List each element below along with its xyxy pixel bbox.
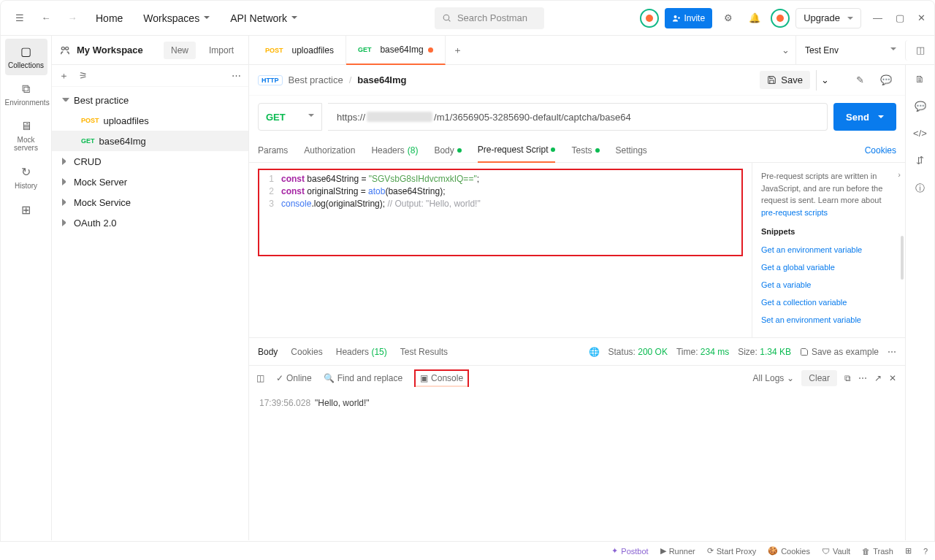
vault-button[interactable]: 🛡 Vault [822,547,850,556]
more-icon[interactable]: ⋯ [858,373,867,383]
share-icon[interactable]: ✎ [850,70,870,91]
size-value: 1.34 KB [760,347,791,357]
layout-icon[interactable]: ◫ [256,373,264,383]
nav-home[interactable]: Home [88,8,130,28]
resp-tab-headers[interactable]: Headers (15) [336,347,387,357]
method-select[interactable]: GET [258,103,322,131]
nav-api-network[interactable]: API Network [223,8,305,28]
import-button[interactable]: Import [202,42,241,59]
env-quicklook-icon[interactable]: ◫ [905,40,934,61]
scrollbar[interactable] [901,236,904,280]
add-icon[interactable]: ＋ [59,69,69,83]
more-icon[interactable]: ⋯ [232,70,241,81]
resp-tab-body[interactable]: Body [258,347,278,357]
tree-folder-mock-service[interactable]: Mock Service [52,192,248,212]
tab-auth[interactable]: Authorization [304,138,355,163]
globe-icon[interactable]: 🌐 [589,347,600,357]
url-input[interactable]: https:///m1/3656905-3285690-default/capt… [328,103,828,131]
snippet-item[interactable]: Set an environment variable [761,312,896,328]
send-button[interactable]: Send [833,103,896,131]
window-close-icon[interactable]: ✕ [917,12,926,23]
all-logs-dropdown[interactable]: All Logs ⌄ [753,373,795,383]
svg-point-4 [66,47,69,50]
tree-folder-oauth[interactable]: OAuth 2.0 [52,212,248,233]
new-button[interactable]: New [164,42,196,59]
code-editor[interactable]: 1const base64String = "SGVsbG8sIHdvcmxkI… [258,169,743,256]
clear-button[interactable]: Clear [801,370,837,386]
app-logo-icon [640,9,659,28]
two-pane-icon[interactable]: ⊞ [905,546,912,556]
comments-icon[interactable]: 💬 [915,101,926,112]
window-min-icon[interactable]: — [873,12,882,23]
nav-history[interactable]: ↻History [5,159,47,196]
cookies-link[interactable]: Cookies [865,145,896,156]
tab-dropdown-icon[interactable]: ⌄ [775,40,795,61]
search-placeholder: Search Postman [457,12,527,23]
popout-icon[interactable]: ↗ [874,373,882,383]
tab-uploadfiles[interactable]: POSTuploadfiles [253,36,346,65]
tree-item-uploadfiles[interactable]: POSTuploadfiles [52,110,248,131]
tree-folder-best-practice[interactable]: Best practice [52,90,248,110]
snippet-item[interactable]: Get an environment variable [761,242,896,258]
help-link[interactable]: pre-request scripts [761,208,828,217]
nav-mock-servers[interactable]: 🖥Mock servers [5,114,47,158]
svg-point-3 [61,47,64,50]
help-icon[interactable]: ? [923,547,928,556]
settings-icon[interactable]: ⚙ [718,8,739,28]
workspace-icon [59,45,71,56]
save-button[interactable]: Save [760,71,810,89]
snippet-item[interactable]: Get a global variable [761,259,896,275]
forward-icon[interactable]: → [62,8,83,28]
more-icon[interactable]: ⋯ [888,347,896,357]
save-example-button[interactable]: Save as example [800,347,879,357]
postbot-button[interactable]: ✦ Postbot [611,546,648,556]
runner-button[interactable]: ▶ Runner [660,546,695,556]
upgrade-button[interactable]: Upgrade [795,8,861,28]
close-icon[interactable]: ✕ [889,373,896,383]
tree-folder-mock-server[interactable]: Mock Server [52,172,248,192]
proxy-button[interactable]: ⟳ Start Proxy [707,546,756,556]
trash-button[interactable]: 🗑 Trash [862,547,893,556]
back-icon[interactable]: ← [36,8,56,28]
add-tab-button[interactable]: ＋ [446,40,470,61]
nav-more[interactable]: ⊞ [5,197,47,226]
svg-point-0 [443,15,449,20]
tab-settings[interactable]: Settings [616,138,647,163]
info-icon[interactable]: ⓘ [915,182,925,195]
find-replace-button[interactable]: 🔍 Find and replace [324,373,402,383]
snippet-item[interactable]: Get a variable [761,277,896,293]
environment-picker[interactable]: Test Env [795,36,905,65]
snippets-collapse-icon[interactable]: › [898,170,901,179]
related-icon[interactable]: ⇵ [916,155,924,166]
tab-body[interactable]: Body [434,138,461,163]
invite-button[interactable]: Invite [665,8,712,28]
snippet-item[interactable]: Get a collection variable [761,294,896,310]
nav-workspaces[interactable]: Workspaces [136,8,217,28]
tree-folder-crud[interactable]: CRUD [52,151,248,172]
tree-item-base64img[interactable]: GETbase64Img [52,131,248,151]
tab-params[interactable]: Params [258,138,288,163]
cookies-button[interactable]: 🍪 Cookies [768,546,810,556]
hamburger-icon[interactable]: ☰ [9,8,30,28]
breadcrumb-folder[interactable]: Best practice [289,74,343,85]
nav-collections[interactable]: ▢Collections [5,39,47,75]
tab-base64img[interactable]: GETbase64Img [346,36,446,65]
tab-prerequest[interactable]: Pre-request Script [478,138,556,163]
resp-tab-tests[interactable]: Test Results [400,347,448,357]
avatar[interactable] [771,9,790,28]
svg-line-1 [449,20,450,21]
search-input[interactable]: Search Postman [435,7,544,29]
code-icon[interactable]: </> [913,128,927,139]
window-max-icon[interactable]: ▢ [896,12,904,23]
nav-environments[interactable]: ⧉Environments [5,77,47,112]
comment-icon[interactable]: 💬 [876,70,896,91]
copy-icon[interactable]: ⧉ [844,373,851,383]
filter-icon[interactable]: ⚞ [79,70,88,81]
tab-headers[interactable]: Headers (8) [371,138,418,163]
notifications-icon[interactable]: 🔔 [744,8,765,28]
tab-tests[interactable]: Tests [571,138,599,163]
save-dropdown[interactable]: ⌄ [816,70,833,91]
docs-icon[interactable]: 🗎 [915,74,925,85]
resp-tab-cookies[interactable]: Cookies [291,347,322,357]
console-tab[interactable]: ▣ Console [414,369,469,387]
